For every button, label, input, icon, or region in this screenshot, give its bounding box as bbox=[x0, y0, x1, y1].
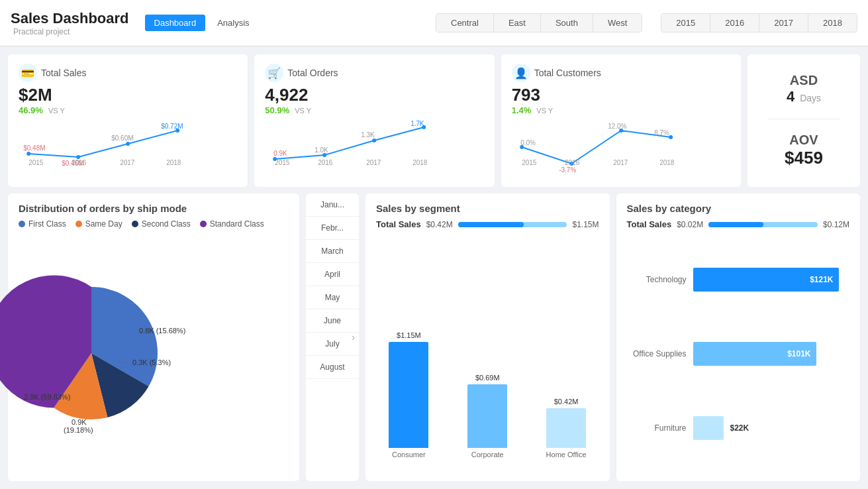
month-may[interactable]: May bbox=[306, 286, 359, 309]
segment-bar-homeoffice-label: Home Office bbox=[546, 451, 587, 459]
kpi-customers-chart: 2015 2016 2017 2018 0.0% -3.7% 12.0% 8.7… bbox=[512, 121, 730, 178]
category-bar-furniture-bar bbox=[693, 416, 724, 440]
category-bar-technology-bar: $121K bbox=[693, 268, 839, 292]
month-february[interactable]: Febr... bbox=[306, 217, 359, 240]
pie-container: 0.8K (15.68%) 0.3K (5.3%) 0.9K (19.18%) … bbox=[19, 234, 289, 472]
segment-bars: $1.15M Consumer $0.69M Corporate $0.42M bbox=[376, 236, 599, 472]
svg-text:2015: 2015 bbox=[275, 159, 290, 166]
year-2018[interactable]: 2018 bbox=[808, 14, 857, 32]
kpi-customers-label: Total Customers bbox=[534, 68, 601, 78]
legend-standard-class: Standard Class bbox=[200, 219, 264, 229]
category-bar-technology: Technology $121K bbox=[627, 268, 850, 292]
year-2017[interactable]: 2017 bbox=[759, 14, 808, 32]
segment-bar-consumer: $1.15M Consumer bbox=[376, 331, 442, 459]
legend-label-first-class: First Class bbox=[28, 219, 66, 229]
month-card: Janu... Febr... March April May June Jul… bbox=[306, 193, 359, 481]
legend-second-class: Second Class bbox=[132, 219, 191, 229]
month-april[interactable]: April bbox=[306, 263, 359, 286]
region-tabs: Central East South West bbox=[436, 13, 642, 32]
app: Sales Dashboard Practical project Dashbo… bbox=[0, 0, 868, 489]
bottom-row: Distribution of orders by ship mode Firs… bbox=[8, 193, 860, 481]
svg-text:0.8K (15.68%): 0.8K (15.68%) bbox=[139, 327, 185, 335]
svg-text:8.7%: 8.7% bbox=[654, 129, 669, 136]
segment-bar-consumer-label-top: $1.15M bbox=[397, 331, 421, 339]
legend-label-standard-class: Standard Class bbox=[210, 219, 264, 229]
kpi-customers-card: 👤 Total Customers 793 1.4% VS Y 2015 bbox=[501, 54, 741, 187]
region-south[interactable]: South bbox=[541, 14, 593, 32]
svg-text:-3.7%: -3.7% bbox=[559, 166, 576, 174]
nav-analysis[interactable]: Analysis bbox=[208, 15, 258, 31]
kpi-orders-card: 🛒 Total Orders 4,922 50.9% VS Y 2015 bbox=[254, 54, 494, 187]
svg-text:2016: 2016 bbox=[318, 159, 333, 166]
distribution-title: Distribution of orders by ship mode bbox=[19, 203, 289, 214]
category-bar-officesupplies-bar: $101K bbox=[693, 342, 816, 366]
aov-title: AOV bbox=[785, 133, 823, 148]
header: Sales Dashboard Practical project Dashbo… bbox=[0, 0, 868, 46]
kpi-customers-vs: VS Y bbox=[536, 107, 553, 115]
kpi-orders-label-row: 🛒 Total Orders bbox=[265, 64, 483, 82]
main-content: 💳 Total Sales $2M 46.9% VS Y bbox=[0, 46, 868, 489]
svg-text:2.9K (59.83%): 2.9K (59.83%) bbox=[24, 393, 70, 401]
divider bbox=[767, 119, 840, 119]
month-arrow-icon: › bbox=[352, 332, 355, 343]
category-range-bar bbox=[708, 222, 818, 227]
segment-range: Total Sales $0.42M $1.15M bbox=[376, 219, 599, 229]
svg-text:$0.46M: $0.46M bbox=[62, 160, 83, 167]
kpi-sales-card: 💳 Total Sales $2M 46.9% VS Y bbox=[8, 54, 248, 187]
asd-aov-block: ASD 4 Days AOV $459 bbox=[758, 64, 849, 178]
category-bar-technology-label: Technology bbox=[627, 275, 687, 284]
svg-text:2018: 2018 bbox=[412, 159, 428, 166]
year-tabs: 2015 2016 2017 2018 bbox=[661, 13, 857, 32]
svg-text:2018: 2018 bbox=[659, 159, 675, 166]
svg-text:2017: 2017 bbox=[366, 159, 381, 166]
asd-value: 4 bbox=[787, 88, 795, 105]
year-2015[interactable]: 2015 bbox=[661, 14, 710, 32]
page-title: Sales Dashboard bbox=[11, 10, 129, 27]
category-bar-technology-value: $121K bbox=[810, 275, 833, 284]
kpi-customers-change: 1.4% bbox=[512, 105, 532, 115]
kpi-orders-chart: 2015 2016 2017 2018 0.9K 1.0K 1.3K 1.7K bbox=[265, 121, 483, 178]
nav-dashboard[interactable]: Dashboard bbox=[145, 15, 206, 31]
svg-point-27 bbox=[669, 135, 673, 139]
svg-text:$0.48M: $0.48M bbox=[23, 144, 45, 152]
svg-text:0.9K: 0.9K bbox=[273, 150, 287, 157]
region-west[interactable]: West bbox=[593, 14, 642, 32]
svg-text:2017: 2017 bbox=[120, 159, 135, 166]
month-august[interactable]: August bbox=[306, 356, 359, 379]
category-bar-officesupplies: Office Supplies $101K bbox=[627, 342, 850, 366]
kpi-customers-label-row: 👤 Total Customers bbox=[512, 64, 730, 82]
year-2016[interactable]: 2016 bbox=[710, 14, 759, 32]
month-march[interactable]: March bbox=[306, 240, 359, 263]
month-june[interactable]: June bbox=[306, 309, 359, 333]
category-range-min: $0.02M bbox=[677, 220, 703, 229]
asd-title: ASD bbox=[787, 73, 821, 88]
svg-text:$0.72M: $0.72M bbox=[161, 123, 183, 130]
category-bar-furniture: Furniture $22K bbox=[627, 416, 850, 440]
region-central[interactable]: Central bbox=[436, 14, 494, 32]
segment-range-max: $1.15M bbox=[572, 220, 599, 229]
kpi-orders-label: Total Orders bbox=[287, 68, 338, 78]
svg-text:(19.18%): (19.18%) bbox=[64, 426, 93, 434]
kpi-orders-value: 4,922 bbox=[265, 85, 483, 105]
month-january[interactable]: Janu... bbox=[306, 193, 359, 217]
category-range-label: Total Sales bbox=[627, 219, 672, 229]
svg-point-14 bbox=[372, 138, 376, 142]
svg-text:12.0%: 12.0% bbox=[608, 123, 626, 130]
asd-unit: Days bbox=[800, 93, 821, 103]
legend-dot-first-class bbox=[19, 221, 25, 227]
category-range-max: $0.12M bbox=[823, 220, 849, 229]
svg-text:0.9K: 0.9K bbox=[72, 418, 87, 426]
segment-bar-corporate: $0.69M Corporate bbox=[455, 374, 520, 459]
month-july[interactable]: July bbox=[306, 333, 359, 356]
category-bar-officesupplies-label: Office Supplies bbox=[627, 349, 687, 358]
region-east[interactable]: East bbox=[494, 14, 541, 32]
legend-label-second-class: Second Class bbox=[142, 219, 191, 229]
svg-text:1.0K: 1.0K bbox=[314, 146, 328, 154]
kpi-row: 💳 Total Sales $2M 46.9% VS Y bbox=[8, 54, 860, 187]
segment-title: Sales by segment bbox=[376, 203, 599, 214]
svg-point-2 bbox=[126, 142, 130, 146]
kpi-sales-label: Total Sales bbox=[41, 68, 86, 78]
category-bar-furniture-value: $22K bbox=[730, 423, 749, 433]
segment-bar-homeoffice-label-top: $0.42M bbox=[554, 398, 579, 406]
segment-bar-corporate-bar bbox=[467, 384, 507, 448]
